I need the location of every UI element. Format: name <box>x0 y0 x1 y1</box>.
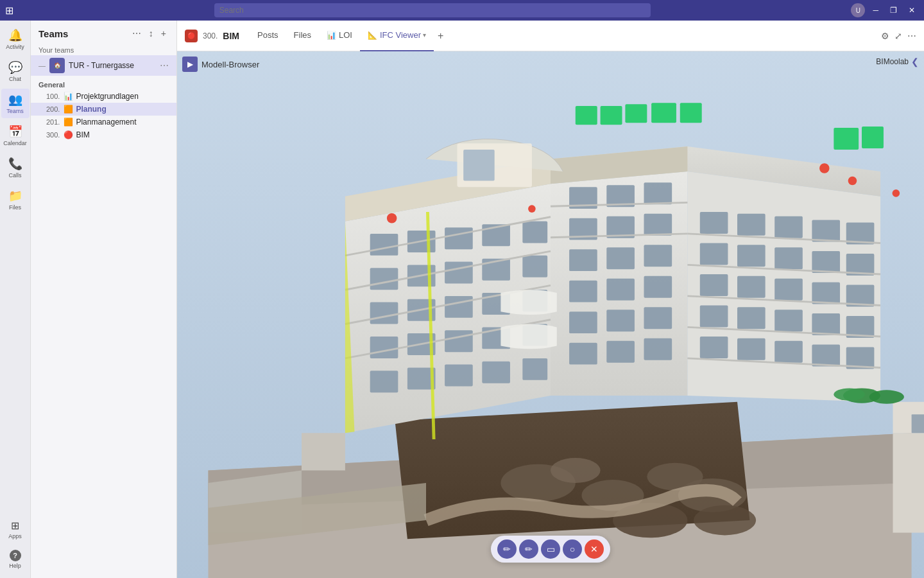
tool-rect-button[interactable]: ▭ <box>541 539 560 559</box>
teams-icon: 👥 <box>8 92 22 107</box>
pencil2-icon: ✏ <box>525 544 533 554</box>
activity-label: Activity <box>6 44 24 50</box>
calendar-label: Calendar <box>3 140 27 146</box>
svg-point-108 <box>848 177 857 186</box>
svg-rect-100 <box>625 104 647 123</box>
svg-rect-17 <box>370 234 398 256</box>
header-expand-button[interactable]: ⤢ <box>894 31 902 41</box>
channel-item-bim[interactable]: 300. 🔴 BIM <box>31 128 176 141</box>
sidebar-item-calls[interactable]: 📞 Calls <box>1 153 30 182</box>
rect-icon: ▭ <box>547 544 555 554</box>
sidebar-item-files[interactable]: 📁 Files <box>1 185 30 215</box>
svg-rect-57 <box>569 343 597 365</box>
tab-add-button[interactable]: + <box>434 30 447 42</box>
bimolab-button[interactable]: ❮ <box>911 57 919 67</box>
bimolab-label: BIMoolab <box>876 57 909 66</box>
restore-button[interactable]: ❐ <box>886 4 901 16</box>
search-input[interactable] <box>214 3 651 17</box>
help-label: Help <box>9 563 21 569</box>
svg-rect-52 <box>606 279 635 301</box>
channel-item-projektgrundlagen[interactable]: 100. 📊 Projektgrundlagen <box>31 90 176 103</box>
calls-icon: 📞 <box>8 157 22 171</box>
svg-rect-59 <box>644 338 672 360</box>
user-avatar[interactable]: U <box>851 3 865 17</box>
svg-point-109 <box>893 189 900 197</box>
sidebar-item-chat[interactable]: 💬 Chat <box>1 57 30 86</box>
channel-item-planmanagement[interactable]: 201. 🟧 Planmanagement <box>31 116 176 128</box>
svg-rect-103 <box>834 128 859 150</box>
tool-pencil1-button[interactable]: ✏ <box>497 539 517 559</box>
close-button[interactable]: ✕ <box>905 4 919 16</box>
circle-icon: ○ <box>570 544 575 554</box>
teams-label: Teams <box>6 108 24 114</box>
tool-close-button[interactable]: ✕ <box>585 539 604 559</box>
svg-rect-50 <box>644 245 672 267</box>
tool-circle-button[interactable]: ○ <box>563 539 582 559</box>
sidebar-item-activity[interactable]: 🔔 Activity <box>1 24 30 54</box>
header-settings-button[interactable]: ⚙ <box>881 31 889 41</box>
chat-label: Chat <box>9 76 21 82</box>
viewer-bottom-toolbar: ✏ ✏ ▭ ○ ✕ <box>491 536 610 563</box>
svg-rect-22 <box>370 268 398 290</box>
svg-marker-114 <box>893 433 925 532</box>
viewer-area: ▶ Modell-Browser BIMoolab ❮ ✏ ✏ ▭ <box>177 51 924 578</box>
channel-name-bim: BIM <box>76 130 89 139</box>
tab-files[interactable]: Files <box>286 21 319 51</box>
minimize-button[interactable]: ─ <box>869 4 882 16</box>
svg-rect-24 <box>445 262 473 284</box>
sidebar-filter-button[interactable]: ⋯ <box>130 27 144 40</box>
channel-header: 🔴 300. BIM Posts Files 📊 LOI 📐 IFC Viewe… <box>177 21 924 51</box>
ifc-dropdown-icon: ▾ <box>423 31 426 39</box>
sidebar-sort-button[interactable]: ↕ <box>146 27 156 40</box>
svg-rect-66 <box>737 245 766 267</box>
svg-rect-48 <box>569 249 597 271</box>
svg-rect-19 <box>445 227 473 249</box>
svg-rect-70 <box>700 274 728 296</box>
channel-num-201: 201. <box>46 118 60 126</box>
svg-point-121 <box>834 388 865 400</box>
sidebar-item-apps[interactable]: ⊞ Apps <box>1 516 30 543</box>
main-content: 🔴 300. BIM Posts Files 📊 LOI 📐 IFC Viewe… <box>177 21 924 578</box>
channel-item-planung[interactable]: 200. 🟧 Planung <box>31 103 176 116</box>
svg-rect-99 <box>601 106 622 125</box>
svg-rect-116 <box>912 414 924 433</box>
section-label-general: General <box>31 76 176 90</box>
tool-pencil2-button[interactable]: ✏ <box>519 539 538 559</box>
channel-icon-200: 🟧 <box>64 105 73 114</box>
channel-tabs: Posts Files 📊 LOI 📐 IFC Viewer ▾ + <box>250 21 447 51</box>
svg-rect-61 <box>737 214 766 236</box>
viewer-expand-button[interactable]: ▶ <box>182 57 198 72</box>
calls-label: Calls <box>8 172 21 179</box>
svg-rect-56 <box>644 307 672 329</box>
svg-point-107 <box>819 163 830 173</box>
tab-files-label: Files <box>294 30 311 40</box>
channel-num-100: 100. <box>46 92 60 100</box>
svg-rect-51 <box>569 281 597 302</box>
svg-rect-98 <box>576 106 597 125</box>
sidebar-add-button[interactable]: + <box>158 27 169 40</box>
sidebar-header: Teams ⋯ ↕ + <box>31 21 176 42</box>
files-icon: 📁 <box>8 189 22 203</box>
sidebar-item-calendar[interactable]: 📅 Calendar <box>1 121 30 150</box>
team-more-icon[interactable]: ⋯ <box>160 60 169 71</box>
tab-ifc-label: IFC Viewer <box>380 30 421 40</box>
svg-rect-26 <box>522 256 547 277</box>
svg-rect-68 <box>812 251 840 273</box>
building-viewport[interactable] <box>177 51 924 578</box>
svg-rect-62 <box>774 216 803 238</box>
tab-posts[interactable]: Posts <box>250 21 286 51</box>
team-item-tur[interactable]: — 🏠 TUR - Turnergasse ⋯ <box>31 55 176 76</box>
header-more-button[interactable]: ⋯ <box>907 31 916 41</box>
tab-loi[interactable]: 📊 LOI <box>319 21 360 51</box>
svg-rect-47 <box>644 214 672 236</box>
sidebar-item-teams[interactable]: 👥 Teams <box>1 89 30 118</box>
tab-ifc-viewer[interactable]: 📐 IFC Viewer ▾ <box>360 21 434 51</box>
svg-marker-112 <box>302 433 345 470</box>
pencil1-icon: ✏ <box>503 544 511 554</box>
svg-point-6 <box>551 458 601 483</box>
title-bar-left: ⊞ <box>5 4 13 17</box>
viewer-breadcrumb: Modell-Browser <box>201 60 259 69</box>
channel-300-prefix: 300. <box>203 31 218 40</box>
sidebar-item-help[interactable]: ? Help <box>1 546 30 573</box>
svg-rect-40 <box>482 362 510 383</box>
